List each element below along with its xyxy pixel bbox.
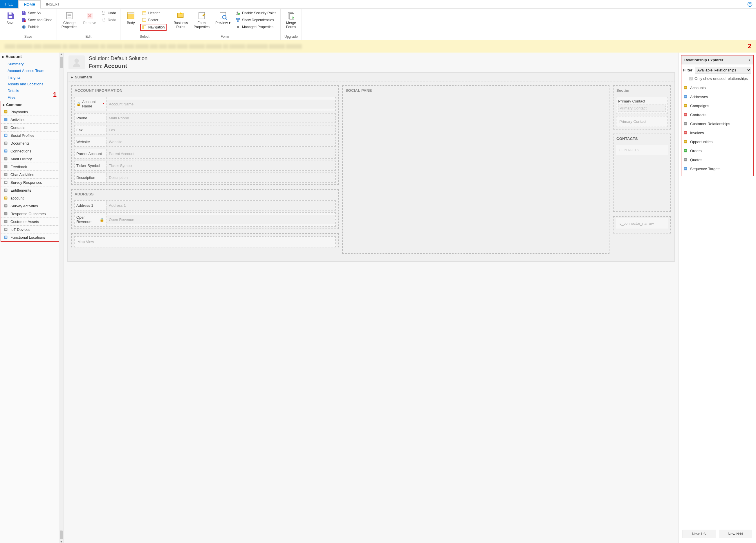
merge-forms-button[interactable]: Merge Forms bbox=[283, 10, 299, 30]
primary-contact-field[interactable]: Primary Contact Primary Contact bbox=[616, 97, 668, 114]
select-group-label: Select bbox=[123, 34, 167, 39]
header-icon bbox=[142, 11, 147, 15]
only-unused-checkbox[interactable] bbox=[689, 77, 693, 80]
field-description[interactable]: DescriptionDescription bbox=[74, 172, 336, 183]
rel-item-invoices[interactable]: Invoices bbox=[681, 128, 753, 137]
save-icon bbox=[6, 11, 15, 20]
common-header[interactable]: ▸ Common bbox=[1, 101, 62, 108]
account-tree-header[interactable]: ▸ Account bbox=[0, 53, 64, 61]
common-item-entitlements[interactable]: Entitlements bbox=[1, 186, 62, 194]
rel-icon bbox=[683, 139, 688, 144]
tab-file[interactable]: FILE bbox=[0, 0, 18, 8]
save-as-icon bbox=[21, 11, 26, 15]
nav-item-summary[interactable]: Summary bbox=[0, 61, 64, 67]
header-button[interactable]: Header bbox=[140, 10, 167, 16]
common-item-documents[interactable]: Documents bbox=[1, 139, 62, 147]
svg-rect-85 bbox=[685, 87, 687, 87]
managed-props-button[interactable]: Managed Properties bbox=[234, 24, 278, 30]
show-deps-button[interactable]: Show Dependencies bbox=[234, 17, 278, 23]
common-item-survey-activities[interactable]: Survey Activities bbox=[1, 202, 62, 210]
nav-item-insights[interactable]: Insights bbox=[0, 74, 64, 81]
help-icon[interactable]: ? bbox=[747, 2, 753, 7]
rel-item-quotes[interactable]: Quotes bbox=[681, 155, 753, 164]
save-label: Save bbox=[6, 21, 14, 25]
common-item-iot-devices[interactable]: IoT Devices bbox=[1, 225, 62, 233]
preview-button[interactable]: Preview ▾ bbox=[213, 10, 233, 26]
svg-rect-3 bbox=[9, 16, 12, 18]
new-1n-button[interactable]: New 1:N bbox=[683, 530, 716, 538]
remove-button[interactable]: Remove bbox=[81, 10, 98, 26]
field-account-name[interactable]: 🔒Account Name*Account Name bbox=[74, 97, 336, 111]
footer-button[interactable]: Footer bbox=[140, 17, 167, 23]
common-item-connections[interactable]: Connections bbox=[1, 147, 62, 155]
field-ticker-symbol[interactable]: Ticker SymbolTicker Symbol bbox=[74, 160, 336, 171]
rel-item-customer-relationships[interactable]: Customer Relationships bbox=[681, 119, 753, 128]
publish-button[interactable]: Publish bbox=[20, 24, 54, 30]
section-generic[interactable]: Section Primary Contact Primary Contact … bbox=[613, 85, 671, 129]
field-address-1[interactable]: Address 1Address 1 bbox=[74, 200, 336, 210]
body-button[interactable]: Body bbox=[123, 10, 139, 26]
svg-rect-93 bbox=[684, 113, 687, 116]
common-item-contacts[interactable]: Contacts bbox=[1, 124, 62, 131]
rel-item-orders[interactable]: Orders bbox=[681, 146, 753, 155]
field-open-revenue[interactable]: Open Revenue🔒Open Revenue bbox=[74, 212, 336, 227]
rel-item-accounts[interactable]: Accounts bbox=[681, 83, 753, 92]
business-rules-button[interactable]: Business Rules bbox=[172, 10, 190, 30]
save-as-button[interactable]: Save As bbox=[20, 10, 54, 16]
new-nn-button[interactable]: New N:N bbox=[719, 530, 752, 538]
chevron-right-icon: › bbox=[749, 58, 750, 62]
svg-rect-70 bbox=[5, 206, 7, 206]
field-phone[interactable]: PhoneMain Phone bbox=[74, 113, 336, 123]
iv-connector-section[interactable]: iv_connector_narrow bbox=[613, 216, 671, 233]
rules-icon bbox=[176, 11, 185, 20]
enable-security-button[interactable]: Enable Security Roles bbox=[234, 10, 278, 16]
common-item-activities[interactable]: Activities bbox=[1, 116, 62, 124]
left-scrollbar[interactable]: ▲ ▼ bbox=[59, 53, 64, 543]
rel-icon bbox=[683, 157, 688, 162]
map-section[interactable]: Map View bbox=[71, 233, 339, 247]
address-section[interactable]: ADDRESS Address 1Address 1Open Revenue🔒O… bbox=[71, 189, 339, 229]
nav-item-account-access-team[interactable]: Account Access Team bbox=[0, 67, 64, 74]
social-pane-section[interactable]: SOCIAL PANE bbox=[342, 85, 610, 254]
rel-icon bbox=[683, 85, 688, 90]
undo-button[interactable]: Undo bbox=[100, 10, 118, 16]
common-item-functional-locations[interactable]: Functional Locations bbox=[1, 233, 62, 241]
svg-point-24 bbox=[237, 12, 238, 13]
svg-point-83 bbox=[75, 59, 79, 63]
common-item-playbooks[interactable]: Playbooks bbox=[1, 108, 62, 116]
navigation-button[interactable]: Navigation bbox=[140, 24, 167, 31]
item-icon bbox=[3, 164, 8, 169]
filter-select[interactable]: Available Relationships bbox=[695, 67, 751, 73]
form-body[interactable]: ▸ Summary ACCOUNT INFORMATION 🔒Account N… bbox=[67, 72, 675, 261]
field-fax[interactable]: FaxFax bbox=[74, 125, 336, 135]
redo-button[interactable]: Redo bbox=[100, 17, 118, 23]
common-item-audit-history[interactable]: Audit History bbox=[1, 155, 62, 163]
rel-item-addresses[interactable]: Addresses bbox=[681, 92, 753, 101]
field-parent-account[interactable]: Parent AccountParent Account bbox=[74, 149, 336, 159]
common-item-account[interactable]: account bbox=[1, 194, 62, 202]
tab-insert[interactable]: INSERT bbox=[41, 0, 65, 8]
change-properties-button[interactable]: Change Properties bbox=[59, 10, 80, 30]
account-info-section[interactable]: ACCOUNT INFORMATION 🔒Account Name*Accoun… bbox=[71, 85, 339, 185]
rel-item-campaigns[interactable]: Campaigns bbox=[681, 101, 753, 110]
nav-item-assets-and-locations[interactable]: Assets and Locations bbox=[0, 81, 64, 87]
common-item-chat-activities[interactable]: Chat Activities bbox=[1, 171, 62, 178]
rel-item-sequence-targets[interactable]: Sequence Targets bbox=[681, 164, 753, 173]
summary-header[interactable]: ▸ Summary bbox=[68, 73, 674, 82]
common-item-survey-responses[interactable]: Survey Responses bbox=[1, 178, 62, 186]
primary-contact-field-2[interactable]: Primary Contact bbox=[616, 116, 668, 127]
svg-rect-79 bbox=[5, 229, 7, 230]
rel-item-contracts[interactable]: Contracts bbox=[681, 110, 753, 119]
save-close-button[interactable]: Save and Close bbox=[20, 17, 54, 23]
common-item-response-outcomes[interactable]: Response Outcomes bbox=[1, 210, 62, 218]
common-item-social-profiles[interactable]: Social Profiles bbox=[1, 131, 62, 139]
contacts-section[interactable]: CONTACTS CONTACTS bbox=[613, 133, 671, 212]
form-properties-button[interactable]: Form Properties bbox=[191, 10, 212, 30]
rel-explorer-header[interactable]: Relationship Explorer › bbox=[681, 55, 753, 64]
common-item-customer-assets[interactable]: Customer Assets bbox=[1, 218, 62, 225]
common-item-feedback[interactable]: Feedback bbox=[1, 163, 62, 171]
save-button[interactable]: Save bbox=[2, 10, 19, 26]
tab-home[interactable]: HOME bbox=[18, 0, 41, 9]
field-website[interactable]: WebsiteWebsite bbox=[74, 137, 336, 147]
rel-item-opportunities[interactable]: Opportunities bbox=[681, 137, 753, 146]
